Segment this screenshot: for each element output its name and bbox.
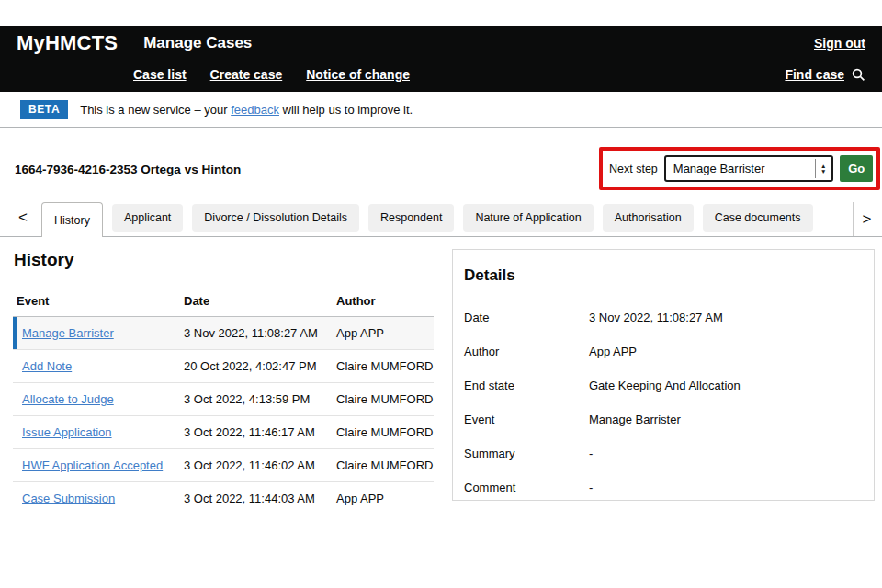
tab-applicant[interactable]: Applicant bbox=[112, 204, 183, 232]
next-step-select[interactable]: Manage Barrister ▲ ▼ bbox=[664, 155, 834, 182]
sign-out-link[interactable]: Sign out bbox=[814, 36, 865, 51]
app-title: Manage Cases bbox=[143, 34, 252, 52]
find-case-link[interactable]: Find case bbox=[785, 67, 844, 82]
detail-row: Event Manage Barrister bbox=[464, 413, 855, 426]
detail-value: 3 Nov 2022, 11:08:27 AM bbox=[589, 311, 855, 324]
tab-authorisation[interactable]: Authorisation bbox=[603, 204, 694, 232]
find-case-group: Find case bbox=[785, 67, 865, 82]
detail-row: Summary - bbox=[464, 447, 855, 460]
nav-create-case[interactable]: Create case bbox=[210, 67, 283, 82]
col-header-author: Author bbox=[336, 294, 434, 308]
detail-label: Comment bbox=[464, 481, 589, 494]
detail-label: Date bbox=[464, 311, 589, 324]
feedback-link[interactable]: feedback bbox=[231, 103, 279, 117]
header-row-nav: Case list Create case Notice of change F… bbox=[0, 61, 882, 88]
history-table: Event Date Author Manage Barrister 3 Nov… bbox=[13, 294, 434, 515]
event-link[interactable]: Case Submission bbox=[22, 492, 115, 505]
tabs: History Applicant Divorce / Dissolution … bbox=[41, 202, 849, 237]
tab-case-documents[interactable]: Case documents bbox=[703, 204, 813, 232]
tab-nature-of-application[interactable]: Nature of Application bbox=[463, 204, 593, 232]
header-row-top: MyHMCTS Manage Cases Sign out bbox=[0, 26, 882, 61]
event-author: Claire MUMFORD bbox=[336, 425, 434, 439]
event-link[interactable]: Allocate to Judge bbox=[22, 392, 114, 406]
case-title: 1664-7936-4216-2353 Ortega vs Hinton bbox=[15, 163, 241, 176]
table-row[interactable]: Add Note 20 Oct 2022, 4:02:47 PM Claire … bbox=[13, 350, 434, 383]
event-link[interactable]: Add Note bbox=[22, 359, 72, 373]
select-spinner-icon: ▲ ▼ bbox=[815, 159, 831, 178]
app-header: MyHMCTS Manage Cases Sign out Case list … bbox=[0, 26, 882, 92]
go-button[interactable]: Go bbox=[840, 155, 873, 182]
nav-notice-of-change[interactable]: Notice of change bbox=[306, 67, 410, 82]
next-step-label: Next step bbox=[609, 163, 658, 175]
spinner-down-icon: ▼ bbox=[820, 169, 826, 175]
next-step-annotation-box: Next step Manage Barrister ▲ ▼ Go bbox=[599, 147, 880, 190]
beta-banner: BETA This is a new service – your feedba… bbox=[0, 92, 882, 128]
details-panel: Details Date 3 Nov 2022, 11:08:27 AM Aut… bbox=[452, 249, 875, 501]
details-heading: Details bbox=[464, 266, 855, 285]
detail-label: Event bbox=[464, 413, 589, 426]
tab-divorce-dissolution-details[interactable]: Divorce / Dissolution Details bbox=[192, 204, 359, 232]
event-link[interactable]: HWF Application Accepted bbox=[22, 458, 163, 472]
event-date: 3 Nov 2022, 11:08:27 AM bbox=[184, 326, 336, 340]
beta-text-after: will help us to improve it. bbox=[279, 103, 413, 117]
tabs-scroll-left-icon[interactable]: < bbox=[18, 209, 28, 227]
detail-label: End state bbox=[464, 379, 589, 392]
detail-label: Author bbox=[464, 345, 589, 358]
event-author: Claire MUMFORD bbox=[336, 458, 434, 472]
detail-row: End state Gate Keeping And Allocation bbox=[464, 379, 855, 392]
detail-row: Date 3 Nov 2022, 11:08:27 AM bbox=[464, 311, 855, 324]
event-link[interactable]: Issue Application bbox=[22, 425, 112, 439]
tabs-scroll-right-icon[interactable]: > bbox=[853, 202, 880, 236]
history-heading: History bbox=[14, 250, 74, 270]
event-link[interactable]: Manage Barrister bbox=[22, 326, 114, 340]
brand-logo: MyHMCTS bbox=[17, 31, 118, 55]
table-row[interactable]: Allocate to Judge 3 Oct 2022, 4:13:59 PM… bbox=[13, 383, 434, 416]
detail-value: App APP bbox=[589, 345, 855, 358]
detail-label: Summary bbox=[464, 447, 589, 460]
search-icon[interactable] bbox=[852, 68, 865, 82]
detail-value: - bbox=[589, 481, 855, 494]
detail-row: Author App APP bbox=[464, 345, 855, 358]
event-date: 3 Oct 2022, 11:46:17 AM bbox=[184, 425, 336, 439]
table-row[interactable]: Manage Barrister 3 Nov 2022, 11:08:27 AM… bbox=[13, 317, 434, 350]
event-date: 20 Oct 2022, 4:02:47 PM bbox=[184, 359, 336, 373]
col-header-event: Event bbox=[17, 294, 184, 308]
primary-nav: Case list Create case Notice of change bbox=[133, 67, 410, 82]
detail-row: Comment - bbox=[464, 481, 855, 494]
detail-value: - bbox=[589, 447, 855, 460]
page: MyHMCTS Manage Cases Sign out Case list … bbox=[0, 0, 882, 588]
tab-bar: < History Applicant Divorce / Dissolutio… bbox=[0, 202, 882, 237]
tab-respondent[interactable]: Respondent bbox=[368, 204, 454, 232]
event-author: App APP bbox=[336, 492, 434, 505]
beta-text-before: This is a new service – your bbox=[80, 103, 231, 117]
event-date: 3 Oct 2022, 11:46:02 AM bbox=[184, 458, 336, 472]
event-author: Claire MUMFORD bbox=[336, 359, 434, 373]
tab-history[interactable]: History bbox=[41, 202, 103, 237]
table-row[interactable]: HWF Application Accepted 3 Oct 2022, 11:… bbox=[13, 449, 434, 482]
beta-badge: BETA bbox=[20, 100, 68, 119]
table-row[interactable]: Issue Application 3 Oct 2022, 11:46:17 A… bbox=[13, 416, 434, 449]
history-table-header: Event Date Author bbox=[13, 294, 434, 317]
detail-value: Gate Keeping And Allocation bbox=[589, 379, 855, 392]
event-date: 3 Oct 2022, 4:13:59 PM bbox=[184, 392, 336, 406]
event-author: App APP bbox=[336, 326, 434, 340]
col-header-date: Date bbox=[184, 294, 336, 308]
event-date: 3 Oct 2022, 11:44:03 AM bbox=[184, 492, 336, 505]
beta-text: This is a new service – your feedback wi… bbox=[80, 103, 413, 117]
table-row[interactable]: Case Submission 3 Oct 2022, 11:44:03 AM … bbox=[13, 482, 434, 515]
nav-case-list[interactable]: Case list bbox=[133, 67, 187, 82]
detail-value: Manage Barrister bbox=[589, 413, 855, 426]
event-author: Claire MUMFORD bbox=[336, 392, 434, 406]
next-step-selected-value: Manage Barrister bbox=[673, 162, 815, 175]
